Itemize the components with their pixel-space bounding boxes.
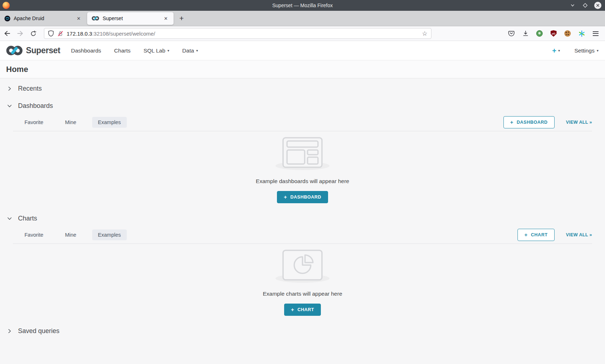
close-icon xyxy=(596,4,600,7)
caret-down-icon: ▾ xyxy=(167,49,169,53)
insecure-lock-icon xyxy=(57,31,63,37)
charts-tab-favorite[interactable]: Favorite xyxy=(19,229,49,240)
superset-logo-icon xyxy=(6,45,23,56)
firefox-window: Superset — Mozilla Firefox xyxy=(0,0,605,364)
superset-favicon xyxy=(91,16,99,21)
pocket-icon xyxy=(508,31,515,37)
section-saved-queries-toggle[interactable]: Saved queries xyxy=(7,324,605,338)
url-host: 172.18.0.3 xyxy=(67,31,92,37)
section-recents-toggle[interactable]: Recents xyxy=(7,81,605,96)
tracking-shield-icon xyxy=(48,30,54,37)
window-title: Superset — Mozilla Firefox xyxy=(0,3,605,8)
nav-data[interactable]: Data▾ xyxy=(182,47,198,54)
page-header: Home xyxy=(0,60,605,78)
back-button[interactable] xyxy=(1,28,13,39)
new-tab-button[interactable]: + xyxy=(174,14,189,23)
plus-icon: + xyxy=(284,195,287,199)
privacy-badger-button[interactable] xyxy=(536,30,543,37)
chart-empty-icon xyxy=(282,250,323,281)
url-text[interactable]: 172.18.0.3:32108/superset/welcome/ xyxy=(67,31,419,37)
charts-tab-mine[interactable]: Mine xyxy=(59,229,82,240)
druid-favicon xyxy=(4,15,10,22)
downloads-button[interactable] xyxy=(522,30,529,37)
chevron-down-icon xyxy=(7,104,12,108)
section-title: Recents xyxy=(18,85,42,92)
forward-button[interactable] xyxy=(14,28,26,39)
dashboards-tab-examples[interactable]: Examples xyxy=(92,117,127,128)
browser-toolbar: 172.18.0.3:32108/superset/welcome/ ☆ u xyxy=(0,26,605,41)
chevron-down-icon xyxy=(7,216,12,221)
settings-menu-button[interactable]: Settings ▾ xyxy=(574,47,599,54)
forward-arrow-icon xyxy=(17,31,23,36)
plus-icon: + xyxy=(291,308,294,312)
superset-brand[interactable]: Superset xyxy=(6,45,60,56)
section-title: Charts xyxy=(18,215,37,222)
plus-icon: + xyxy=(510,120,514,124)
reload-button[interactable] xyxy=(27,28,39,39)
tab-close-icon[interactable]: ✕ xyxy=(162,15,169,22)
diamond-icon xyxy=(583,3,588,8)
dashboards-tab-mine[interactable]: Mine xyxy=(59,117,82,128)
bookmark-star-icon[interactable]: ☆ xyxy=(422,30,427,37)
dashboard-empty-icon xyxy=(282,137,323,168)
tab-apache-druid[interactable]: Apache Druid ✕ xyxy=(0,11,86,26)
tab-strip: Apache Druid ✕ Superset ✕ + xyxy=(0,11,605,26)
caret-down-icon: ▾ xyxy=(558,49,560,53)
window-titlebar: Superset — Mozilla Firefox xyxy=(0,0,605,11)
tab-close-icon[interactable]: ✕ xyxy=(75,15,82,22)
tab-superset[interactable]: Superset ✕ xyxy=(87,12,174,25)
section-title: Dashboards xyxy=(18,102,53,110)
container-extension-button[interactable] xyxy=(578,30,585,37)
charts-empty-state: Example charts will appear here + CHART xyxy=(0,244,605,321)
add-chart-primary-button[interactable]: + CHART xyxy=(284,304,321,316)
add-dashboard-primary-button[interactable]: + DASHBOARD xyxy=(277,191,328,203)
view-all-dashboards-link[interactable]: VIEW ALL » xyxy=(566,120,592,125)
view-all-charts-link[interactable]: VIEW ALL » xyxy=(566,232,592,237)
url-path: :32108/superset/welcome/ xyxy=(92,31,155,37)
caret-down-icon: ▾ xyxy=(597,49,599,53)
close-button[interactable] xyxy=(594,2,601,9)
section-charts-toggle[interactable]: Charts xyxy=(7,211,605,226)
ublock-shield-icon: uO xyxy=(551,30,557,37)
minimize-button[interactable] xyxy=(569,2,576,9)
privacy-badger-icon xyxy=(536,30,543,37)
cookie-icon xyxy=(564,30,571,37)
page-title: Home xyxy=(6,65,28,74)
empty-state-text: Example charts will appear here xyxy=(263,291,342,297)
cookie-extension-button[interactable] xyxy=(564,30,571,37)
chevron-right-icon xyxy=(7,86,12,91)
welcome-content: Recents Dashboards Favorite Mine Example… xyxy=(0,78,605,364)
url-bar[interactable]: 172.18.0.3:32108/superset/welcome/ ☆ xyxy=(44,28,431,39)
superset-navbar: Superset Dashboards Charts SQL Lab▾ Data… xyxy=(0,41,605,60)
reload-icon xyxy=(30,31,36,37)
ublock-button[interactable]: uO xyxy=(550,30,557,37)
add-chart-button[interactable]: + CHART xyxy=(517,229,555,241)
back-arrow-icon xyxy=(4,31,10,36)
plus-icon: + xyxy=(524,233,528,237)
charts-tab-examples[interactable]: Examples xyxy=(92,229,127,240)
menu-button[interactable] xyxy=(592,30,599,37)
section-title: Saved queries xyxy=(18,327,59,335)
pocket-button[interactable] xyxy=(508,30,515,37)
colorful-asterisk-icon xyxy=(578,30,585,37)
plus-icon: + xyxy=(552,47,556,54)
tab-title: Superset xyxy=(103,15,159,21)
maximize-button[interactable] xyxy=(582,2,589,9)
dashboards-empty-state: Example dashboards will appear here + DA… xyxy=(0,131,605,208)
dashboards-tab-favorite[interactable]: Favorite xyxy=(19,117,49,128)
nav-charts[interactable]: Charts xyxy=(114,47,131,54)
brand-name: Superset xyxy=(26,46,60,55)
download-icon xyxy=(523,31,529,37)
new-item-menu-button[interactable]: + ▾ xyxy=(552,47,560,54)
add-dashboard-button[interactable]: + DASHBOARD xyxy=(503,116,555,128)
empty-state-text: Example dashboards will appear here xyxy=(256,178,349,185)
dashboards-subheader: Favorite Mine Examples + DASHBOARD VIEW … xyxy=(0,114,605,131)
nav-sql-lab[interactable]: SQL Lab▾ xyxy=(143,47,169,54)
tab-title: Apache Druid xyxy=(14,15,72,21)
nav-dashboards[interactable]: Dashboards xyxy=(71,47,101,54)
chevron-right-icon xyxy=(7,329,12,333)
section-dashboards-toggle[interactable]: Dashboards xyxy=(7,99,605,113)
chevron-down-icon xyxy=(570,3,575,8)
caret-down-icon: ▾ xyxy=(196,49,198,53)
charts-subheader: Favorite Mine Examples + CHART VIEW ALL … xyxy=(0,226,605,244)
